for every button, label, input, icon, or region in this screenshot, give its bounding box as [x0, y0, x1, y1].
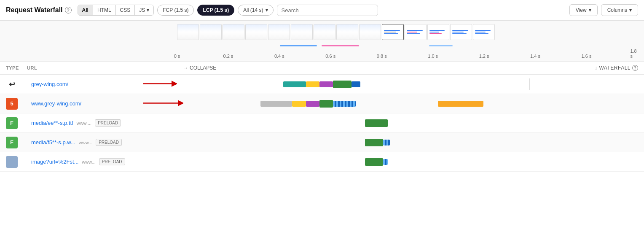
chevron-down-icon-2: ▾	[266, 7, 268, 13]
row4-waterfall	[183, 137, 638, 148]
wf-bar-purple-2	[306, 101, 319, 107]
thumbnail-12[interactable]	[427, 24, 449, 40]
wf-bar-yellow-2	[292, 101, 306, 107]
row5-type	[6, 156, 27, 168]
thumbnail-13[interactable]	[450, 24, 472, 40]
filter-all[interactable]: All	[78, 5, 93, 15]
wf-bar-blue-1	[352, 81, 361, 87]
view-label: View	[576, 7, 587, 13]
type-filter-group: All HTML CSS JS ▾	[78, 5, 154, 16]
row3-waterfall	[183, 117, 638, 129]
columns-label: Columns	[607, 7, 627, 13]
table-row: ↩ grey-wing.com/	[0, 75, 644, 94]
thumbnail-5[interactable]	[268, 24, 290, 40]
red-arrow-1	[143, 78, 177, 90]
table-row: F media/f5**-s.p.w... www... PRELOAD	[0, 133, 644, 152]
thumbnail-11[interactable]	[405, 24, 427, 40]
ruler-12s: 1.2 s	[479, 54, 489, 59]
row1-url[interactable]: grey-wing.com/	[31, 81, 68, 87]
thumbnails-row	[177, 24, 644, 42]
thumbnail-4[interactable]	[245, 24, 267, 40]
lcp-marker-btn[interactable]: LCP (1.5 s)	[197, 5, 234, 16]
row3-url-section: media/ee**-s.p.ttf www.... PRELOAD	[27, 119, 183, 127]
row4-preload-badge: PRELOAD	[96, 139, 122, 146]
search-box	[277, 5, 378, 16]
wf-bar-green-2	[319, 100, 333, 108]
thumbnail-14[interactable]	[473, 24, 495, 40]
red-arrow-2	[143, 98, 183, 109]
all-marker-label: All (14 s)	[243, 7, 263, 13]
thumbnail-6[interactable]	[291, 24, 313, 40]
ruler-14s: 1.4 s	[530, 54, 540, 59]
row4-type: F	[6, 137, 27, 148]
arrow-right-icon: →	[183, 65, 188, 71]
ruler-markers: 0 s 0.2 s 0.4 s 0.6 s 0.8 s 1.0 s 1.2 s …	[177, 50, 638, 59]
ruler-16s: 1.6 s	[582, 54, 592, 59]
font-icon-1: F	[6, 117, 18, 129]
filter-html[interactable]: HTML	[93, 5, 116, 15]
filter-css[interactable]: CSS	[116, 5, 135, 15]
filter-js[interactable]: JS ▾	[135, 5, 153, 15]
chevron-down-icon-4: ▾	[629, 7, 632, 13]
ruler-04s: 0.4 s	[274, 54, 284, 59]
wf-bar-yellow-1	[306, 81, 319, 87]
row3-url[interactable]: media/ee**-s.p.ttf	[31, 120, 73, 126]
timeline-ruler: 0 s 0.2 s 0.4 s 0.6 s 0.8 s 1.0 s 1.2 s …	[177, 50, 644, 59]
image-icon	[6, 156, 18, 168]
vline-1	[529, 78, 530, 90]
thumbnail-10[interactable]	[382, 24, 404, 40]
help-icon[interactable]: ?	[65, 7, 72, 13]
thumbnail-2[interactable]	[200, 24, 222, 40]
columns-button[interactable]: Columns ▾	[601, 4, 638, 16]
arrow-down-icon: ↓	[595, 65, 598, 71]
table-header: TYPE URL → COLLAPSE ↓ WATERFALL ?	[0, 62, 644, 75]
ruler-06s: 0.6 s	[325, 54, 335, 59]
wf-bar-green-5	[365, 158, 383, 166]
thumbnail-8[interactable]	[336, 24, 358, 40]
fcp-marker-btn[interactable]: FCP (1.5 s)	[157, 5, 194, 16]
indicator-bar-blue2	[429, 45, 452, 46]
row3-domain: www....	[77, 121, 91, 126]
row2-type: 5	[6, 98, 27, 110]
col-header-url: URL	[27, 65, 183, 70]
wf-bar-blue-5	[383, 159, 388, 165]
ruler-0s: 0 s	[174, 54, 180, 59]
col-header-type: TYPE	[6, 65, 27, 70]
row4-url[interactable]: media/f5**-s.p.w...	[31, 139, 75, 145]
row2-url[interactable]: www.grey-wing.com/	[31, 100, 81, 107]
indicator-bar-blue	[280, 45, 317, 46]
search-input[interactable]	[282, 7, 373, 13]
filter-js-label: JS	[139, 7, 145, 13]
wf-bar-gold-2	[438, 101, 483, 107]
view-button[interactable]: View ▾	[569, 4, 598, 16]
row5-waterfall	[183, 156, 638, 168]
row2-waterfall	[183, 98, 638, 110]
toolbar: Request Waterfall ? All HTML CSS JS ▾ FC…	[0, 0, 644, 21]
col-header-waterfall[interactable]: ↓ WATERFALL ?	[595, 65, 638, 71]
ruler-02s: 0.2 s	[223, 54, 233, 59]
thumbnail-3[interactable]	[223, 24, 244, 40]
table-body: ↩ grey-wing.com/	[0, 75, 644, 172]
row4-url-section: media/f5**-s.p.w... www... PRELOAD	[27, 139, 183, 146]
row1-type: ↩	[6, 78, 27, 90]
thumbnail-1[interactable]	[177, 24, 199, 40]
chevron-down-icon: ▾	[147, 7, 149, 13]
wf-bar-blue-4	[383, 140, 390, 145]
wf-bar-teal-1	[283, 81, 306, 87]
font-icon-2: F	[6, 137, 18, 148]
wf-bar-green-4	[365, 139, 383, 146]
wf-bar-bluestripe-2	[333, 101, 356, 107]
thumbnail-7[interactable]	[314, 24, 335, 40]
wf-bar-green-1	[333, 81, 351, 88]
table-row: image?url=%2Fst... www... PRELOAD	[0, 152, 644, 172]
row1-waterfall	[183, 78, 638, 90]
row3-preload-badge: PRELOAD	[95, 119, 121, 127]
timeline-area: 0 s 0.2 s 0.4 s 0.6 s 0.8 s 1.0 s 1.2 s …	[0, 21, 644, 62]
thumbnail-9[interactable]	[359, 24, 381, 40]
title-text: Request Waterfall	[6, 6, 63, 14]
col-header-collapse[interactable]: → COLLAPSE	[183, 65, 216, 71]
page-title: Request Waterfall ?	[6, 6, 72, 14]
waterfall-help-icon[interactable]: ?	[632, 65, 638, 71]
row5-url[interactable]: image?url=%2Fst...	[31, 159, 78, 165]
all-marker-btn[interactable]: All (14 s) ▾	[238, 5, 273, 16]
